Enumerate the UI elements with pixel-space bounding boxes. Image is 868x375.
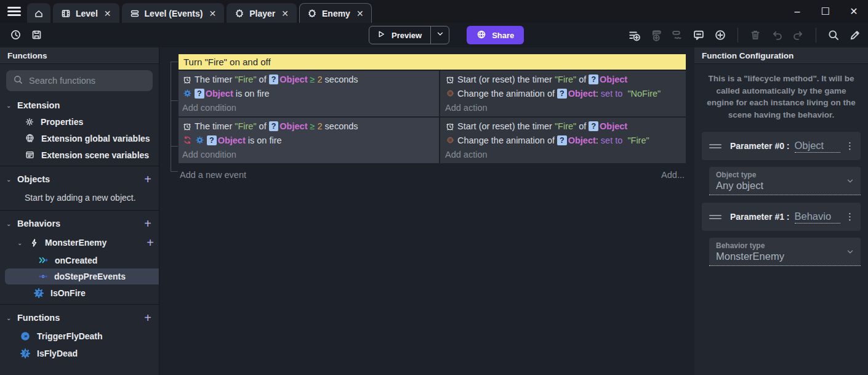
add-behavior-button[interactable]: + <box>144 217 151 230</box>
condition-timer[interactable]: The timer "Fire" of ?Object ≥ 2 seconds <box>182 72 435 86</box>
condition-timer[interactable]: The timer "Fire" of ?Object ≥ 2 seconds <box>182 119 435 133</box>
sidebar-item-extension-global-variables[interactable]: Extension global variables <box>0 130 159 147</box>
section-behaviors[interactable]: ⌄ Behaviors + <box>0 213 159 233</box>
action-change-animation[interactable]: Change the animation of ?Object: set to … <box>445 133 682 147</box>
search-icon[interactable] <box>827 28 840 42</box>
lightning-icon <box>30 238 39 248</box>
parameter-name-input[interactable]: Behavio <box>795 211 840 224</box>
tab-home[interactable] <box>27 3 50 23</box>
close-tab-icon[interactable]: ✕ <box>103 9 111 18</box>
timer-icon <box>182 121 192 131</box>
add-behavior-function-button[interactable]: + <box>147 236 154 249</box>
behavior-type-select[interactable]: Behavior type MonsterEnemy <box>709 238 861 266</box>
sidebar-item-oncreated[interactable]: onCreated <box>0 252 159 268</box>
timer-icon <box>182 75 192 84</box>
toolbar-separator <box>737 28 738 42</box>
sidebar-item-monsterenemy[interactable]: ⌄ MonsterEnemy + <box>0 233 159 252</box>
trigger-function-icon: » <box>20 331 31 342</box>
animation-icon <box>445 135 455 145</box>
actions-column: Start (or reset) the timer "Fire" of ?Ob… <box>440 71 686 116</box>
main-menu-icon[interactable] <box>7 7 21 16</box>
condition-is-on-fire-inverted[interactable]: ?Object is on fire <box>182 133 435 147</box>
condition-is-on-fire[interactable]: ?Object is on fire <box>182 86 435 100</box>
tab-enemy[interactable]: Enemy ✕ <box>299 3 372 23</box>
sidebar-item-isonfire[interactable]: ? IsOnFire <box>0 284 159 302</box>
chevron-down-icon: ⌄ <box>6 315 12 321</box>
select-value: Any object <box>716 180 854 192</box>
event-row: The timer "Fire" of ?Object ≥ 2 seconds … <box>179 71 686 116</box>
globe-icon <box>476 30 486 41</box>
add-new-event-button[interactable]: Add a new event <box>180 170 246 180</box>
preview-options-button[interactable] <box>430 26 449 44</box>
drag-handle-icon[interactable] <box>709 214 721 221</box>
add-comment-icon[interactable] <box>692 28 705 42</box>
scene-variables-icon <box>25 150 35 160</box>
save-icon[interactable] <box>30 28 43 41</box>
home-icon <box>34 9 44 18</box>
toolbar-separator <box>816 28 816 42</box>
parameter-label: Parameter #1 : <box>730 212 790 222</box>
add-function-button[interactable]: + <box>144 312 151 324</box>
animation-icon <box>445 89 455 99</box>
gdevelop-window: Level ✕ Level (Events) ✕ Player ✕ Enemy … <box>0 0 868 375</box>
sidebar-item-triggerflydeath[interactable]: » TriggerFlyDeath <box>0 328 159 345</box>
sidebar-item-extension-scene-variables[interactable]: Extension scene variables <box>0 147 159 163</box>
select-value: MonsterEnemy <box>716 251 854 262</box>
gear-icon <box>25 117 34 127</box>
chevron-down-icon: ⌄ <box>6 176 12 183</box>
kebab-menu-icon[interactable]: ⋮ <box>845 140 854 151</box>
close-tab-icon[interactable]: ✕ <box>280 9 289 18</box>
tab-player[interactable]: Player ✕ <box>227 3 297 23</box>
section-functions[interactable]: ⌄ Functions + <box>0 307 159 328</box>
close-tab-icon[interactable]: ✕ <box>355 9 364 18</box>
parameter-name-input[interactable]: Object <box>795 140 840 153</box>
invert-condition-icon <box>182 135 192 145</box>
film-icon <box>61 9 71 18</box>
preview-button[interactable]: Preview <box>369 26 449 44</box>
tab-label: Player <box>249 9 275 18</box>
section-extension[interactable]: ⌄ Extension <box>0 96 159 114</box>
tab-level-events[interactable]: Level (Events) ✕ <box>122 3 225 23</box>
event-comment[interactable]: Turn "Fire" on and off <box>179 54 686 70</box>
minimize-button[interactable]: – <box>783 0 811 23</box>
sidebar-item-dosteppreevents[interactable]: doStepPreEvents <box>5 268 159 284</box>
add-event-icon[interactable] <box>627 28 641 42</box>
kebab-menu-icon[interactable]: ⋮ <box>845 211 854 222</box>
add-action-button[interactable]: Add action <box>445 147 682 161</box>
share-button[interactable]: Share <box>467 26 524 44</box>
share-label: Share <box>492 31 514 40</box>
sidebar-item-isflydead[interactable]: ? IsFlyDead <box>0 345 159 362</box>
event-row: The timer "Fire" of ?Object ≥ 2 seconds … <box>179 118 686 163</box>
add-condition-button[interactable]: Add condition <box>182 100 435 115</box>
redo-icon <box>792 28 805 42</box>
search-functions-input[interactable]: Search functions <box>6 70 153 91</box>
tab-level[interactable]: Level ✕ <box>53 3 119 23</box>
add-condition-button[interactable]: Add condition <box>182 147 435 161</box>
toolbar-right-icons <box>627 28 862 42</box>
action-start-timer[interactable]: Start (or reset) the timer "Fire" of ?Ob… <box>445 72 682 86</box>
events-sheet: Turn "Fire" on and off The timer "Fire" … <box>159 47 694 375</box>
title-bar: Level ✕ Level (Events) ✕ Player ✕ Enemy … <box>0 0 868 23</box>
drag-handle-icon[interactable] <box>709 143 721 150</box>
sidebar-item-properties[interactable]: Properties <box>0 114 159 130</box>
history-icon[interactable] <box>9 28 22 41</box>
config-panel-title: Function Configuration <box>694 47 868 64</box>
chevron-down-icon <box>436 30 444 41</box>
action-start-timer[interactable]: Start (or reset) the timer "Fire" of ?Ob… <box>445 119 682 133</box>
action-change-animation[interactable]: Change the animation of ?Object: set to … <box>445 86 682 100</box>
add-object-button[interactable]: + <box>144 173 151 185</box>
add-subevent-icon <box>649 28 662 42</box>
tab-label: Level (Events) <box>145 9 203 18</box>
close-tab-icon[interactable]: ✕ <box>207 9 216 18</box>
add-circle-icon[interactable] <box>713 28 727 42</box>
svg-text:»: » <box>23 333 28 339</box>
maximize-button[interactable]: ☐ <box>811 0 840 23</box>
timer-icon <box>445 75 455 84</box>
section-objects[interactable]: ⌄ Objects + <box>0 169 159 189</box>
edit-extension-icon[interactable] <box>848 28 862 42</box>
close-button[interactable]: ✕ <box>840 0 868 23</box>
add-action-button[interactable]: Add action <box>445 100 682 115</box>
tab-label: Level <box>76 9 98 18</box>
add-more-button[interactable]: Add... <box>661 170 685 180</box>
object-type-select[interactable]: Object type Any object <box>709 167 861 195</box>
